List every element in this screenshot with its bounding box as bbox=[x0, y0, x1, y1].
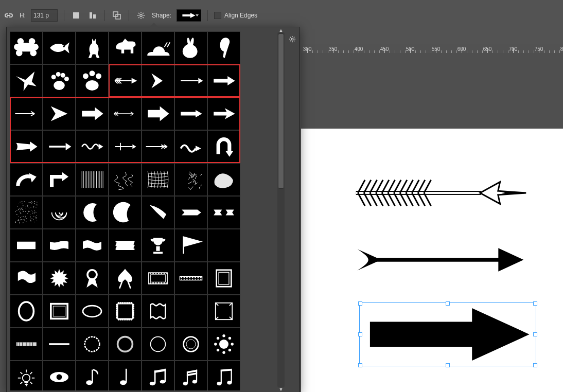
shape-dog[interactable] bbox=[109, 31, 142, 64]
shape-trophy[interactable] bbox=[142, 229, 174, 262]
arrow-pointer-preview[interactable] bbox=[353, 239, 527, 280]
selection-handle[interactable] bbox=[533, 301, 537, 306]
shape-arrow-chevron[interactable] bbox=[142, 64, 174, 97]
shape-music-beamed[interactable] bbox=[142, 361, 174, 390]
shape-bone[interactable] bbox=[10, 31, 43, 64]
height-field[interactable] bbox=[31, 9, 58, 22]
shape-arrow-curve[interactable] bbox=[10, 163, 43, 196]
align-edges-checkbox[interactable]: Align Edges bbox=[214, 12, 257, 20]
shape-splat[interactable] bbox=[207, 328, 240, 361]
shape-ribbon[interactable] bbox=[207, 196, 240, 229]
shape-arrow-double-head[interactable] bbox=[207, 97, 240, 130]
shape-frame[interactable] bbox=[207, 262, 240, 295]
shape-stamp[interactable] bbox=[109, 295, 142, 328]
shape-banner-concave[interactable] bbox=[43, 229, 76, 262]
shape-arrow-solid[interactable] bbox=[174, 97, 207, 130]
selection-handle[interactable] bbox=[446, 301, 450, 306]
shape-frame-rect[interactable] bbox=[43, 295, 76, 328]
shape-frame-oval[interactable] bbox=[10, 295, 43, 328]
shape-pawprint[interactable] bbox=[43, 64, 76, 97]
shape-banner-paper[interactable] bbox=[109, 229, 142, 262]
shape-music-note-2[interactable] bbox=[109, 361, 142, 390]
shape-bird[interactable] bbox=[10, 64, 43, 97]
shape-filmstrip[interactable] bbox=[142, 262, 174, 295]
shape-slash[interactable] bbox=[142, 196, 174, 229]
shape-arrow-head[interactable] bbox=[43, 97, 76, 130]
panel-menu-icon[interactable] bbox=[289, 35, 296, 43]
shape-banner-wave[interactable] bbox=[76, 229, 109, 262]
path-overlap-icon[interactable] bbox=[111, 10, 122, 21]
selection-handle[interactable] bbox=[446, 363, 450, 367]
shape-arrow-pointer[interactable] bbox=[10, 130, 43, 163]
shape-blank[interactable] bbox=[207, 229, 240, 262]
shape-arrow-squiggle[interactable] bbox=[76, 130, 109, 163]
shape-blank[interactable] bbox=[174, 295, 207, 328]
document-canvas[interactable] bbox=[301, 129, 563, 392]
shape-crescent[interactable] bbox=[76, 196, 109, 229]
shape-scribble[interactable] bbox=[109, 163, 142, 196]
shape-cat[interactable] bbox=[76, 31, 109, 64]
shape-ribbon-award[interactable] bbox=[76, 262, 109, 295]
shape-music-notes-2[interactable] bbox=[207, 361, 240, 390]
shape-banner[interactable] bbox=[10, 229, 43, 262]
shape-hatch-grid[interactable] bbox=[142, 163, 174, 196]
shape-parrot[interactable] bbox=[207, 31, 240, 64]
scrollbar[interactable]: ▲ ▼ bbox=[277, 32, 285, 387]
shape-snail[interactable] bbox=[142, 31, 174, 64]
shape-crescent-2[interactable] bbox=[109, 196, 142, 229]
shape-arrow-fat[interactable] bbox=[142, 97, 174, 130]
shape-flag-pennant[interactable] bbox=[174, 229, 207, 262]
shape-arrow-long[interactable] bbox=[142, 130, 174, 163]
shape-arrow-line-2[interactable] bbox=[43, 130, 76, 163]
scroll-up-icon[interactable]: ▲ bbox=[277, 27, 285, 33]
shape-noise[interactable] bbox=[10, 196, 43, 229]
selection-handle[interactable] bbox=[358, 332, 362, 336]
fill-type-icon[interactable] bbox=[71, 10, 82, 21]
shape-arrow-thin-line[interactable] bbox=[10, 97, 43, 130]
selection-handle[interactable] bbox=[533, 332, 537, 336]
shape-ring[interactable] bbox=[142, 328, 174, 361]
shape-tag[interactable] bbox=[174, 196, 207, 229]
shape-rabbit[interactable] bbox=[174, 31, 207, 64]
scroll-down-icon[interactable]: ▼ bbox=[277, 386, 285, 392]
shape-frame-wavy[interactable] bbox=[142, 295, 174, 328]
gear-icon[interactable] bbox=[135, 10, 147, 21]
shape-music-note[interactable] bbox=[76, 361, 109, 390]
shape-flag-wave[interactable] bbox=[10, 262, 43, 295]
shape-arrow-corner[interactable] bbox=[43, 163, 76, 196]
scroll-thumb[interactable] bbox=[278, 33, 284, 189]
arrow-feather-preview[interactable] bbox=[350, 172, 530, 213]
shape-picker-swatch[interactable] bbox=[177, 9, 201, 22]
shape-hatch-vert[interactable] bbox=[76, 163, 109, 196]
shape-frame-ornate[interactable] bbox=[207, 295, 240, 328]
shape-arrow-wide[interactable] bbox=[76, 97, 109, 130]
shape-ring-2[interactable] bbox=[174, 328, 207, 361]
shape-circle-brush[interactable] bbox=[76, 328, 109, 361]
shape-ribbon-loop[interactable] bbox=[109, 262, 142, 295]
shape-pawprint-2[interactable] bbox=[76, 64, 109, 97]
shape-fish[interactable] bbox=[43, 31, 76, 64]
shape-filmstrip-2[interactable] bbox=[174, 262, 207, 295]
shape-circle-brush-2[interactable] bbox=[109, 328, 142, 361]
shape-brush-stroke[interactable] bbox=[10, 328, 43, 361]
stroke-align-icon[interactable] bbox=[87, 10, 98, 21]
shape-music-notes[interactable] bbox=[174, 361, 207, 390]
shape-ellipse[interactable] bbox=[76, 295, 109, 328]
shape-arrow-cross[interactable] bbox=[109, 130, 142, 163]
link-icon[interactable] bbox=[3, 10, 14, 21]
shape-scratches[interactable] bbox=[174, 163, 207, 196]
shape-arrow-uturn[interactable] bbox=[207, 130, 240, 163]
shape-eye[interactable] bbox=[43, 361, 76, 390]
shape-blob[interactable] bbox=[207, 163, 240, 196]
selection-handle[interactable] bbox=[358, 363, 362, 367]
shape-lightbulb[interactable] bbox=[10, 361, 43, 390]
shape-arrow-line[interactable] bbox=[174, 64, 207, 97]
shape-arrow-wave[interactable] bbox=[174, 130, 207, 163]
shape-arrow-block[interactable] bbox=[207, 64, 240, 97]
shape-arrow-feather-line[interactable] bbox=[109, 97, 142, 130]
shape-swirl[interactable] bbox=[43, 196, 76, 229]
shape-starburst[interactable] bbox=[43, 262, 76, 295]
shape-brush-2[interactable] bbox=[43, 328, 76, 361]
selection-handle[interactable] bbox=[358, 301, 362, 306]
selection-handle[interactable] bbox=[533, 363, 537, 367]
